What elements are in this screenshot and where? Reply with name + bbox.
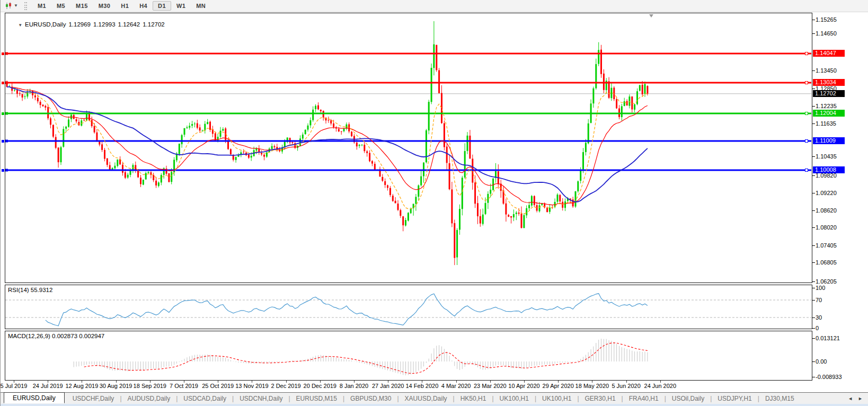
- macd-scale-label: -0.008933: [816, 374, 842, 381]
- price-scale-label: 1.08620: [816, 207, 837, 214]
- timeframe-button-h1[interactable]: H1: [116, 1, 134, 11]
- date-label: 25 Oct 2019: [202, 383, 234, 389]
- toolbar: ▼ M1M5M15M30H1H4D1W1MN: [1, 0, 868, 12]
- tab-fra40-h1[interactable]: FRA40,H1: [624, 394, 664, 403]
- date-label: 14 Feb 2020: [406, 383, 439, 389]
- chart-shift-marker[interactable]: [649, 14, 653, 17]
- price-scale-label-tick: [812, 175, 815, 176]
- price-scale-label-tick: [812, 156, 815, 157]
- tab-ger30-h1[interactable]: GER30,H1: [580, 394, 621, 403]
- date-label: 2 Dec 2019: [271, 383, 300, 389]
- macd-label: MACD(12,26,9) 0.002873 0.002947: [8, 333, 104, 339]
- candlestick-chart-canvas: [5, 13, 812, 283]
- macd-scale-label-tick: [812, 377, 815, 377]
- timeframe-buttons: M1M5M15M30H1H4D1W1MN: [32, 1, 211, 11]
- rsi-indicator-panel[interactable]: RSI(14) 55.9312: [5, 285, 812, 329]
- price-scale-label: 1.09820: [816, 172, 837, 179]
- tab-usdcad-daily[interactable]: USDCAD,Daily: [178, 394, 232, 403]
- tab-usdcnh-daily[interactable]: USDCNH,Daily: [234, 394, 288, 403]
- chart-tab-bar: EURUSD,DailyUSDCHF,Daily|AUDUSD,Daily|US…: [1, 392, 868, 404]
- timeframe-button-m1[interactable]: M1: [32, 1, 51, 11]
- price-scale-label-tick: [812, 70, 815, 71]
- date-label: 24 Jun 2020: [644, 383, 677, 389]
- tab-gbpusd-m30[interactable]: GBPUSD,M30: [345, 394, 396, 403]
- chart-type-dropdown-caret[interactable]: ▼: [14, 4, 18, 8]
- timeframe-button-m30[interactable]: M30: [93, 1, 116, 11]
- rsi-scale-label: 0: [816, 325, 819, 332]
- macd-indicator-panel[interactable]: MACD(12,26,9) 0.002873 0.002947: [5, 331, 812, 381]
- hline-price-label: 1.12004: [813, 110, 845, 117]
- price-scale-label-tick: [812, 193, 815, 193]
- symbol-name: EURUSD,Daily: [25, 21, 66, 28]
- timeframe-button-h4[interactable]: H4: [134, 1, 153, 11]
- price-scale-label: 1.11635: [816, 120, 836, 127]
- chart-tabs: EURUSD,DailyUSDCHF,Daily|AUDUSD,Daily|US…: [3, 393, 800, 404]
- ohlc-open: 1.12969: [68, 21, 91, 28]
- chart-type-button[interactable]: ▼: [3, 2, 20, 10]
- current-price-label: 1.12702: [813, 90, 845, 97]
- tab-xauusd-daily[interactable]: XAUUSD,Daily: [400, 394, 453, 403]
- ohlc-close: 1.12702: [143, 21, 165, 28]
- macd-scale-label-tick: [812, 338, 815, 339]
- timeframe-button-w1[interactable]: W1: [171, 1, 191, 11]
- macd-chart-canvas: [5, 331, 812, 380]
- date-label: 13 Nov 2019: [235, 383, 268, 389]
- collapse-caret-icon[interactable]: ▼: [18, 23, 22, 28]
- chart-title: ▼EURUSD,Daily1.129691.129931.126421.1270…: [8, 15, 165, 34]
- rsi-chart-canvas: [5, 285, 812, 329]
- rsi-scale-label-tick: [812, 300, 815, 301]
- price-scale-label: 1.13450: [816, 67, 837, 74]
- timeframe-button-mn[interactable]: MN: [191, 1, 211, 11]
- hline-price-label: 1.13034: [813, 79, 845, 86]
- hline-price-label: 1.14047: [813, 50, 845, 57]
- tab-eurusd-daily[interactable]: EURUSD,Daily: [4, 392, 65, 403]
- tab-uk100-h1[interactable]: UK100,H1: [494, 394, 534, 403]
- price-scale-label: 1.08020: [816, 224, 837, 231]
- date-label: 20 Dec 2019: [304, 383, 336, 389]
- price-scale-label: 1.15265: [816, 16, 837, 23]
- macd-scale-label-tick: [812, 361, 815, 362]
- date-label: 18 Sep 2019: [134, 383, 166, 389]
- timeframe-button-d1[interactable]: D1: [153, 1, 171, 11]
- price-scale-label: 1.06805: [816, 259, 837, 266]
- status-strip: [1, 404, 868, 406]
- price-scale-label-tick: [812, 123, 815, 124]
- timeframe-button-m5[interactable]: M5: [51, 1, 70, 11]
- tab-uk100-h1[interactable]: UK100,H1: [537, 394, 577, 403]
- ohlc-low: 1.12642: [118, 21, 140, 28]
- tab-hk50-h1[interactable]: HK50,H1: [455, 394, 492, 403]
- date-label: 8 Jan 2020: [340, 383, 368, 389]
- timeframe-button-m15[interactable]: M15: [70, 1, 93, 11]
- rsi-scale-label-tick: [812, 288, 815, 288]
- date-label: 24 Jul 2019: [33, 383, 63, 389]
- price-scale-label: 1.07405: [816, 242, 837, 249]
- tab-eurusd-m15[interactable]: EURUSD,M15: [291, 394, 342, 403]
- toolbar-grip[interactable]: [24, 2, 27, 10]
- macd-scale-label: 0.00: [816, 358, 827, 365]
- price-scale-label-tick: [812, 20, 815, 20]
- price-scale-label-tick: [812, 245, 815, 246]
- tab-scroll-left-icon[interactable]: ◄: [848, 396, 853, 401]
- rsi-scale-label-tick: [812, 317, 815, 318]
- price-scale-label: 1.09220: [816, 190, 837, 197]
- trading-terminal-window: ▼ M1M5M15M30H1H4D1W1MN ▼EURUSD,Daily1.12…: [0, 0, 868, 406]
- tab-usdchf-daily[interactable]: USDCHF,Daily: [67, 394, 120, 403]
- price-scale-label-tick: [812, 262, 815, 263]
- price-scale-label: 1.10435: [816, 153, 837, 160]
- date-label: 10 Apr 2020: [508, 383, 539, 389]
- tab-scroll-buttons: ◄ ►: [848, 393, 863, 404]
- main-chart-panel[interactable]: ▼EURUSD,Daily1.129691.129931.126421.1270…: [5, 13, 812, 283]
- tab-audusd-daily[interactable]: AUDUSD,Daily: [122, 394, 176, 403]
- tab-usdjpy-h1[interactable]: USDJPY,H1: [712, 394, 757, 403]
- ohlc-high: 1.12993: [93, 21, 116, 28]
- tab-scroll-right-icon[interactable]: ►: [858, 396, 863, 401]
- price-scale-label-tick: [812, 33, 815, 34]
- date-label: 5 Jul 2019: [1, 383, 28, 389]
- price-scale-label-tick: [812, 210, 815, 211]
- hline-left-marker: [2, 169, 4, 172]
- hline-left-marker: [2, 52, 4, 55]
- candlestick-chart-icon: [5, 2, 13, 10]
- tab-dj30-m15[interactable]: DJ30,M15: [760, 394, 800, 403]
- tab-usoil-daily[interactable]: USOil,Daily: [667, 394, 710, 403]
- hline-price-label: 1.10008: [813, 166, 845, 173]
